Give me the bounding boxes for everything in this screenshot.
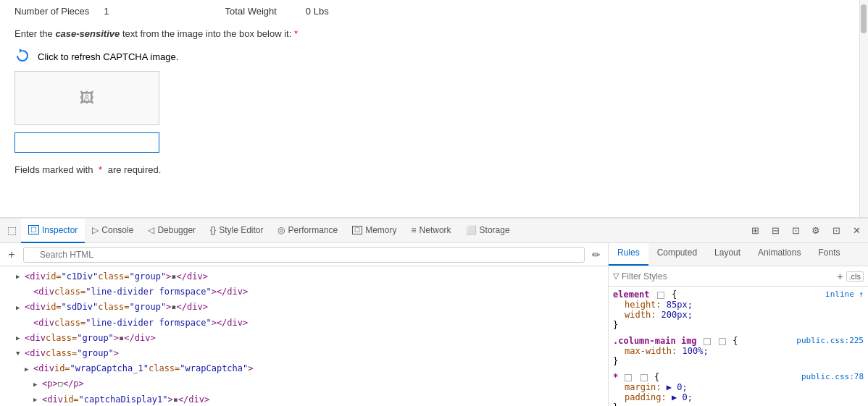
tree-line[interactable]: <div class="line-divider formspace"></di… [0, 284, 608, 300]
required-star: * [294, 28, 298, 39]
refresh-icon[interactable] [14, 48, 32, 65]
memory-icon: ☐ [352, 226, 362, 234]
cls-button[interactable]: .cls [846, 271, 864, 282]
performance-icon: ◎ [277, 225, 285, 235]
close-devtools-icon[interactable]: ✕ [848, 222, 865, 240]
rule-selector: .column-main img [613, 336, 697, 346]
styles-content: element { inline ↑ height: 85px; width: … [609, 287, 868, 406]
captcha-input[interactable] [14, 132, 159, 153]
style-editor-label: Style Editor [219, 225, 263, 235]
tab-animations[interactable]: Animations [749, 243, 809, 266]
expand-arrow[interactable]: ▶ [16, 271, 25, 282]
main-scrollbar-thumb [861, 4, 867, 33]
tree-line[interactable]: ▶ <div id="captchaDisplay1">▪</div> [0, 392, 608, 407]
rule-checkbox [657, 292, 664, 299]
storage-label: Storage [480, 225, 510, 235]
fields-note-post: are required. [108, 164, 162, 175]
html-panel: + 🔍 ✏ ▶ <div id="c1Div" class="group">▪<… [0, 243, 609, 406]
edit-html-button[interactable]: ✏ [589, 248, 604, 262]
tree-line[interactable]: ▶ <div class="group">▪</div> [0, 331, 608, 346]
performance-label: Performance [288, 225, 338, 235]
pick-element-icon: ⬚ [7, 224, 17, 236]
tab-debugger[interactable]: ◁ Debugger [141, 219, 203, 243]
expand-arrow[interactable]: ▶ [16, 303, 25, 313]
fields-note-pre: Fields marked with [14, 164, 93, 175]
expand-arrow[interactable]: ▶ [33, 394, 42, 405]
devtools-right-icons: ⊞ ⊟ ⊡ ⚙ ⊡ ✕ [746, 222, 865, 240]
main-content-wrapper: Number of Pieces 1 Total Weight 0 Lbs En… [0, 0, 868, 217]
rule-property: height: 85px; [613, 300, 864, 310]
fields-note-star: * [99, 164, 102, 175]
rule-source: public.css:78 [801, 372, 864, 381]
style-rule-element: element { inline ↑ height: 85px; width: … [613, 289, 864, 330]
filter-icon: ▽ [613, 271, 619, 281]
tab-inspector[interactable]: ☐ Inspector [21, 219, 85, 243]
captcha-prompt-text: Enter the [14, 28, 55, 39]
refresh-text: Click to refresh CAPTCHA image. [38, 51, 178, 62]
rule-property: margin: ▶ 0; [613, 382, 864, 392]
tab-memory[interactable]: ☐ Memory [345, 219, 404, 243]
devtools-body: + 🔍 ✏ ▶ <div id="c1Div" class="group">▪<… [0, 243, 868, 406]
overflow-icon[interactable]: ⊡ [827, 222, 845, 240]
tree-line[interactable]: ▶ <div id="sdDiv" class="group">▪</div> [0, 300, 608, 315]
weight-label: Total Weight [225, 6, 277, 17]
expand-arrow[interactable]: ▼ [16, 348, 25, 358]
search-html-input[interactable] [23, 247, 585, 263]
pieces-value: 1 [104, 6, 109, 17]
console-label: Console [101, 225, 133, 235]
captcha-image-box: 🖼 [14, 71, 159, 125]
tab-fonts[interactable]: Fonts [809, 243, 848, 266]
debugger-icon: ◁ [148, 225, 154, 235]
captcha-prompt-text2: text from the image into the box below i… [120, 28, 291, 39]
main-scrollbar[interactable] [859, 0, 868, 217]
split-horizontal-icon[interactable]: ⊞ [746, 222, 764, 240]
main-content: Number of Pieces 1 Total Weight 0 Lbs En… [0, 0, 868, 217]
rule-property: max-width: 100%; [613, 346, 864, 356]
captcha-refresh: Click to refresh CAPTCHA image. [14, 48, 854, 65]
captcha-bold: case-sensitive [55, 28, 120, 39]
debugger-label: Debugger [157, 225, 196, 235]
tab-layout[interactable]: Layout [706, 243, 749, 266]
captcha-image-placeholder-icon: 🖼 [80, 90, 94, 106]
tab-network[interactable]: ≡ Network [404, 219, 459, 243]
split-vertical-icon[interactable]: ⊟ [767, 222, 784, 240]
network-icon: ≡ [412, 225, 417, 235]
filter-styles-input[interactable] [622, 270, 834, 283]
detach-icon[interactable]: ⊡ [787, 222, 804, 240]
inspector-icon: ☐ [28, 225, 39, 234]
network-label: Network [420, 225, 451, 235]
pieces-label: Number of Pieces [14, 6, 89, 17]
expand-arrow[interactable]: ▶ [16, 333, 25, 343]
storage-icon: ⬜ [466, 225, 477, 235]
style-rule-column-main-img: .column-main img { public.css:225 max-wi… [613, 336, 864, 366]
expand-arrow[interactable]: ▶ [25, 364, 33, 374]
tab-computed[interactable]: Computed [648, 243, 706, 266]
search-html-wrapper: 🔍 [23, 247, 585, 263]
tab-storage[interactable]: ⬜ Storage [459, 219, 517, 243]
rule-property: width: 200px; [613, 310, 864, 320]
tree-line[interactable]: ▶ <div id="wrapCaptcha_1" class="wrapCap… [0, 361, 608, 376]
tree-line[interactable]: ▶ <p>◻</p> [0, 376, 608, 392]
styles-panel: Rules Computed Layout Animations Fonts ▽… [609, 243, 868, 406]
tab-performance[interactable]: ◎ Performance [270, 219, 345, 243]
style-editor-icon: {} [210, 225, 216, 235]
tab-console[interactable]: ▷ Console [85, 219, 141, 243]
add-style-button[interactable]: + [837, 271, 843, 282]
tree-line[interactable]: <div class="line-divider formspace"></di… [0, 316, 608, 331]
expand-arrow[interactable]: ▶ [33, 379, 42, 389]
tab-rules[interactable]: Rules [609, 243, 648, 266]
html-toolbar: + 🔍 ✏ [0, 243, 608, 266]
fields-note: Fields marked with * are required. [14, 164, 854, 175]
settings-icon[interactable]: ⚙ [807, 222, 825, 240]
rule-selector: element [613, 289, 650, 300]
rule-property: padding: ▶ 0; [613, 392, 864, 402]
tab-style-editor[interactable]: {} Style Editor [203, 219, 270, 243]
console-icon: ▷ [92, 225, 99, 235]
tree-line[interactable]: ▼ <div class="group"> [0, 346, 608, 361]
captcha-prompt: Enter the case-sensitive text from the i… [14, 28, 854, 39]
tree-line[interactable]: ▶ <div id="c1Div" class="group">▪</div> [0, 269, 608, 284]
add-node-button[interactable]: + [4, 248, 19, 262]
tab-pick-element[interactable]: ⬚ [3, 219, 21, 243]
inspector-label: Inspector [42, 225, 78, 235]
memory-label: Memory [365, 225, 396, 235]
